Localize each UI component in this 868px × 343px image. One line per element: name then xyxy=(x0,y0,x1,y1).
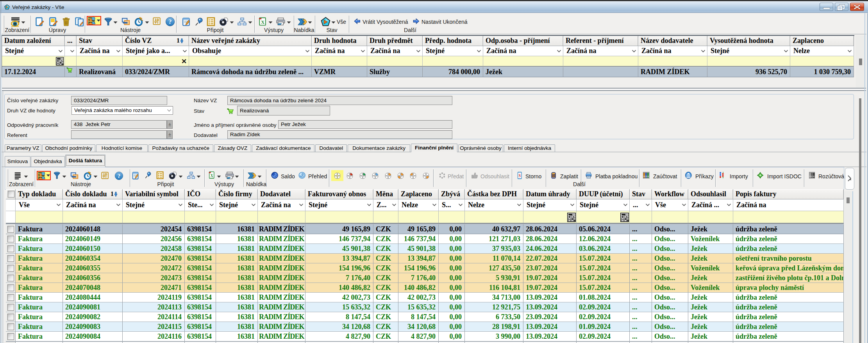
svg-text:?: ? xyxy=(118,172,121,179)
svg-text:?: ? xyxy=(168,18,171,25)
svg-text:S: S xyxy=(519,172,521,178)
svg-text:X: X xyxy=(211,173,213,178)
svg-text:X: X xyxy=(261,19,265,25)
